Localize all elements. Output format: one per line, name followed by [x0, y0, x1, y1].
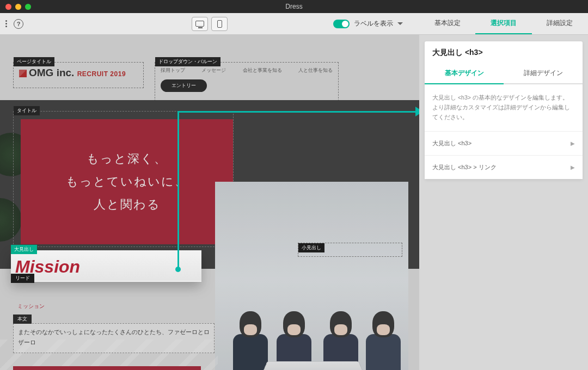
- nav-item[interactable]: 会社と事業を知る: [243, 67, 282, 74]
- panel-description: 大見出し <h3> の基本的なデザインを編集します。 より詳細なカスタマイズは詳…: [425, 84, 583, 131]
- hero-copy: もっと深く、 もっとていねいに、 人と関わる: [21, 119, 233, 244]
- inspector-panel: 基本設定 選択項目 詳細設定 大見出し <h3> 基本デザイン 詳細デザイン 大…: [419, 13, 588, 370]
- label-lead: リード: [11, 274, 34, 283]
- connector-arrow-icon: [415, 107, 419, 116]
- panel-item-label: 大見出し <h3>: [432, 139, 471, 147]
- connector-dot-icon: [175, 267, 181, 272]
- lead-text: ミッション: [13, 297, 215, 312]
- mobile-icon: [217, 20, 222, 28]
- desktop-icon: [195, 21, 204, 27]
- traffic-lights: [5, 4, 31, 10]
- region-page-title[interactable]: ページタイトル OMG inc. RECRUIT 2019: [13, 62, 144, 88]
- label-big-heading: 大見出し: [11, 245, 37, 254]
- brand-logo-icon: [19, 70, 27, 77]
- subtab-basic-design[interactable]: 基本デザイン: [425, 63, 504, 84]
- connector-line: [177, 111, 179, 269]
- panel-item-label: 大見出し <h3> > リンク: [432, 163, 497, 171]
- top-toolbar: ? ラベルを表示: [0, 13, 419, 35]
- label-small-heading: 小見出し: [298, 243, 324, 252]
- label-balloon: ドロップダウン・バルーン: [155, 57, 220, 66]
- hero-line: もっとていねいに、: [66, 170, 188, 193]
- chevron-down-icon[interactable]: [397, 22, 403, 25]
- body-text: またそのなかでいっしょになったたくさんのひとたち、ファゼーロとロザーロ: [13, 323, 215, 353]
- maximize-window-icon[interactable]: [25, 4, 31, 10]
- tab-selection[interactable]: 選択項目: [475, 13, 531, 34]
- tab-detail-settings[interactable]: 詳細設定: [532, 13, 588, 34]
- hero-photo: 小見出し PIXTA ©materials : PXT000035841264: [215, 182, 408, 370]
- panel-item-list: 大見出し <h3> ▶ 大見出し <h3> > リンク ▶: [425, 131, 583, 179]
- hero-line: 人と関わる: [94, 193, 161, 216]
- region-below-mission: ミッション 本文 またそのなかでいっしょになったたくさんのひとたち、ファゼーロと…: [13, 289, 215, 370]
- nav-item[interactable]: 人と仕事を知る: [298, 67, 333, 74]
- chevron-right-icon: ▶: [571, 164, 575, 170]
- mobile-preview-button[interactable]: [211, 17, 228, 31]
- nav-item[interactable]: メッセージ: [201, 67, 226, 74]
- close-window-icon[interactable]: [5, 4, 11, 10]
- mission-heading: Mission: [11, 250, 201, 281]
- region-big-heading-selected[interactable]: 大見出し Mission リード: [11, 250, 201, 282]
- desktop-preview-button[interactable]: [192, 17, 208, 31]
- selection-panel-card: 大見出し <h3> 基本デザイン 詳細デザイン 大見出し <h3> の基本的なデ…: [425, 41, 583, 179]
- label-body: 本文: [13, 314, 32, 324]
- preview-canvas: ページタイトル OMG inc. RECRUIT 2019 ドロップダウン・バル…: [0, 35, 419, 370]
- design-subtabs: 基本デザイン 詳細デザイン: [425, 63, 583, 84]
- help-icon[interactable]: ?: [14, 19, 23, 29]
- tab-basic-settings[interactable]: 基本設定: [419, 13, 475, 34]
- cta-button[interactable]: 今すぐエントリー: [13, 366, 201, 370]
- panel-item[interactable]: 大見出し <h3> ▶: [425, 131, 583, 155]
- window-title: Dress: [285, 3, 302, 10]
- menu-icon[interactable]: [5, 20, 7, 27]
- label-toggle-text: ラベルを表示: [354, 19, 393, 28]
- label-page-title: ページタイトル: [14, 57, 54, 66]
- nav-item[interactable]: 採用トップ: [161, 67, 185, 74]
- connector-line: [177, 111, 417, 113]
- region-balloon[interactable]: ドロップダウン・バルーン 採用トップ メッセージ 会社と事業を知る 人と仕事を知…: [155, 62, 339, 101]
- hero-line: もっと深く、: [87, 147, 167, 170]
- label-title: タイトル: [14, 106, 40, 115]
- panel-item[interactable]: 大見出し <h3> > リンク ▶: [425, 155, 583, 179]
- minimize-window-icon[interactable]: [15, 4, 21, 10]
- selection-panel-title: 大見出し <h3>: [425, 41, 583, 63]
- chevron-right-icon: ▶: [571, 140, 575, 146]
- window-titlebar: Dress: [0, 0, 588, 13]
- label-toggle[interactable]: [333, 20, 350, 28]
- balloon-entry-button[interactable]: エントリー: [161, 79, 207, 92]
- subtab-detail-design[interactable]: 詳細デザイン: [504, 63, 583, 84]
- inspector-tabs: 基本設定 選択項目 詳細設定: [419, 13, 588, 35]
